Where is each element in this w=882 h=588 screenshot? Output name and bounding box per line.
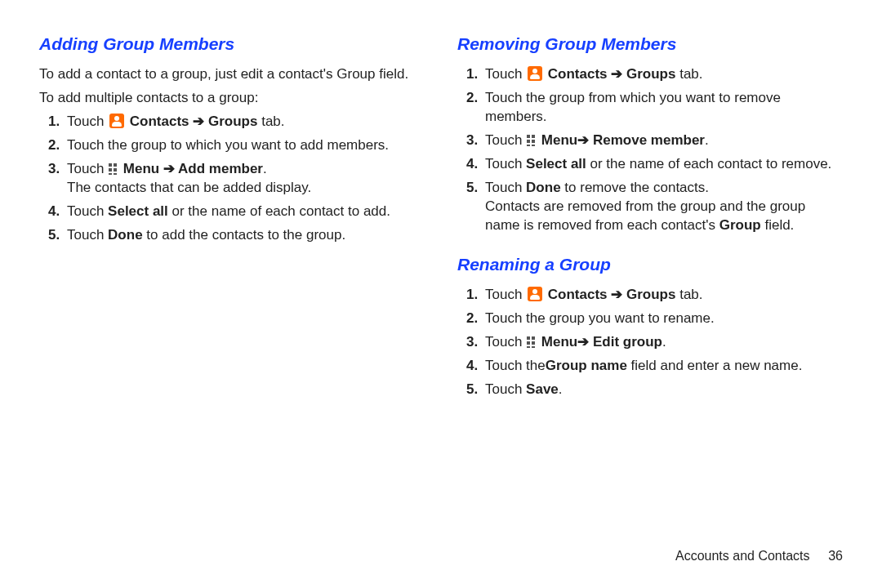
text: or the name of each contact to add. bbox=[168, 203, 390, 219]
renaming-step-3: Touch Menu➔ Edit group. bbox=[482, 333, 843, 352]
text: Touch bbox=[485, 381, 526, 397]
text-bold: Groups bbox=[626, 66, 675, 82]
removing-steps-list: Touch Contacts ➔ Groups tab. Touch the g… bbox=[457, 65, 843, 235]
intro-text-1: To add a contact to a group, just edit a… bbox=[39, 65, 425, 84]
text-bold: Contacts bbox=[548, 287, 608, 302]
menu-icon bbox=[527, 135, 535, 146]
step-note: The contacts that can be added display. bbox=[67, 179, 425, 198]
text-bold: Select all bbox=[108, 203, 168, 219]
text-bold: Menu bbox=[541, 334, 577, 350]
text: Touch bbox=[485, 334, 526, 350]
text-bold: Edit group bbox=[593, 334, 662, 350]
renaming-step-2: Touch the group you want to rename. bbox=[482, 310, 843, 328]
text: . bbox=[662, 334, 666, 350]
text-bold: Group name bbox=[546, 358, 631, 373]
contacts-icon bbox=[528, 66, 542, 81]
text: Touch bbox=[67, 227, 108, 243]
adding-step-2: Touch the group to which you want to add… bbox=[64, 136, 425, 155]
contacts-icon bbox=[109, 114, 124, 128]
text: tab. bbox=[675, 287, 702, 302]
right-column: Removing Group Members Touch Contacts ➔ … bbox=[457, 33, 843, 404]
text: tab. bbox=[257, 114, 284, 129]
text-bold: Contacts bbox=[130, 114, 189, 129]
menu-icon bbox=[109, 163, 117, 175]
heading-adding-group-members: Adding Group Members bbox=[39, 33, 425, 56]
adding-step-1: Touch Contacts ➔ Groups tab. bbox=[64, 113, 425, 131]
page-columns: Adding Group Members To add a contact to… bbox=[39, 33, 843, 404]
text: Touch bbox=[67, 161, 108, 176]
step-result: Contacts are removed from the group and … bbox=[485, 198, 843, 235]
text-bold: Menu bbox=[541, 132, 577, 148]
renaming-step-1: Touch Contacts ➔ Groups tab. bbox=[482, 286, 843, 305]
removing-step-4: Touch Select all or the name of each con… bbox=[482, 155, 843, 174]
text: Touch bbox=[67, 114, 108, 129]
adding-step-4: Touch Select all or the name of each con… bbox=[64, 203, 425, 221]
removing-step-2: Touch the group from which you want to r… bbox=[482, 89, 843, 127]
contacts-icon bbox=[528, 287, 542, 301]
text: Touch bbox=[485, 287, 526, 302]
text: field and enter a new name. bbox=[631, 358, 803, 373]
arrow-icon: ➔ bbox=[608, 66, 626, 82]
adding-steps-list: Touch Contacts ➔ Groups tab. Touch the g… bbox=[39, 113, 425, 245]
text: Touch bbox=[67, 203, 108, 219]
removing-step-3: Touch Menu➔ Remove member. bbox=[482, 131, 843, 150]
text-bold: Save bbox=[526, 381, 559, 397]
arrow-icon: ➔ bbox=[159, 161, 178, 176]
adding-step-3: Touch Menu ➔ Add member. The contacts th… bbox=[64, 160, 425, 198]
renaming-steps-list: Touch Contacts ➔ Groups tab. Touch the g… bbox=[457, 286, 843, 399]
text-bold: Add member bbox=[178, 161, 263, 176]
text: to remove the contacts. bbox=[561, 180, 709, 195]
removing-step-5: Touch Done to remove the contacts. Conta… bbox=[482, 179, 843, 235]
text: . bbox=[263, 161, 267, 176]
arrow-icon: ➔ bbox=[577, 132, 593, 148]
arrow-icon: ➔ bbox=[577, 334, 593, 350]
arrow-icon: ➔ bbox=[608, 287, 626, 302]
text-bold: Menu bbox=[123, 161, 159, 176]
renaming-step-5: Touch Save. bbox=[482, 381, 843, 399]
adding-step-5: Touch Done to add the contacts to the gr… bbox=[64, 226, 425, 245]
page-footer: Accounts and Contacts 36 bbox=[675, 547, 843, 565]
intro-text-2: To add multiple contacts to a group: bbox=[39, 89, 425, 108]
text-bold: Select all bbox=[526, 156, 586, 172]
text: Touch bbox=[485, 66, 526, 82]
text-bold: Done bbox=[108, 227, 143, 243]
heading-removing-group-members: Removing Group Members bbox=[457, 33, 843, 56]
text: tab. bbox=[675, 66, 702, 82]
text: or the name of each contact to remove. bbox=[586, 156, 832, 172]
text-bold: Done bbox=[526, 180, 561, 195]
text-bold: Contacts bbox=[548, 66, 608, 82]
text: . bbox=[559, 381, 563, 397]
page-number: 36 bbox=[813, 547, 843, 565]
text: Touch bbox=[485, 156, 526, 172]
text: Touch the bbox=[485, 358, 546, 373]
chapter-name: Accounts and Contacts bbox=[675, 549, 810, 563]
arrow-icon: ➔ bbox=[189, 114, 208, 129]
text: . bbox=[705, 132, 709, 148]
text-bold: Groups bbox=[626, 287, 675, 302]
text-bold: Groups bbox=[208, 114, 257, 129]
left-column: Adding Group Members To add a contact to… bbox=[39, 33, 425, 404]
removing-step-1: Touch Contacts ➔ Groups tab. bbox=[482, 65, 843, 84]
heading-renaming-a-group: Renaming a Group bbox=[457, 253, 843, 276]
text-bold: Group bbox=[719, 217, 761, 233]
text: Touch bbox=[485, 132, 526, 148]
menu-icon bbox=[527, 336, 535, 348]
text: Touch bbox=[485, 180, 526, 195]
text: to add the contacts to the group. bbox=[143, 227, 346, 243]
text: field. bbox=[761, 217, 795, 233]
text-bold: Remove member bbox=[593, 132, 705, 148]
renaming-step-4: Touch theGroup name field and enter a ne… bbox=[482, 357, 843, 376]
